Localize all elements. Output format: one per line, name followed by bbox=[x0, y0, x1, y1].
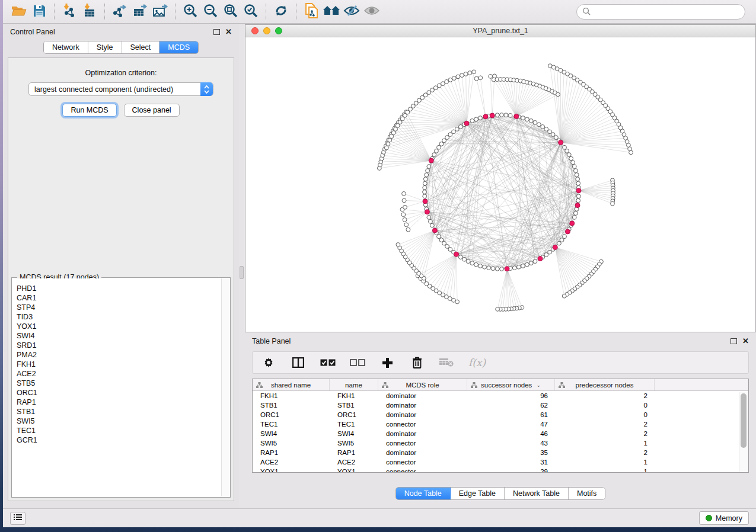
mcds-hub-node[interactable] bbox=[576, 188, 581, 193]
cell-predecessor-nodes[interactable]: 2 bbox=[555, 449, 655, 456]
ring-node[interactable] bbox=[565, 149, 569, 153]
leaf-node[interactable] bbox=[445, 79, 449, 84]
table-row[interactable]: SWI4SWI4dominator462 bbox=[253, 429, 748, 438]
ring-node[interactable] bbox=[423, 177, 428, 181]
ring-node[interactable] bbox=[529, 118, 533, 123]
ring-node[interactable] bbox=[575, 173, 579, 177]
split-view-button[interactable] bbox=[291, 355, 306, 370]
table-row[interactable]: ORC1ORC1dominator610 bbox=[253, 410, 748, 419]
result-node[interactable]: SRD1 bbox=[17, 341, 221, 350]
result-scrollbar[interactable] bbox=[221, 278, 229, 496]
ring-node[interactable] bbox=[571, 161, 575, 165]
cell-MCDS-role[interactable]: connector bbox=[378, 468, 467, 473]
first-neighbors-button[interactable] bbox=[321, 2, 342, 21]
leaf-node[interactable] bbox=[562, 294, 566, 298]
ring-node[interactable] bbox=[435, 149, 439, 153]
leaf-node[interactable] bbox=[401, 213, 406, 217]
mcds-result-list[interactable]: PHD1CAR1STP4TID3YOX1SWI4SRD1PMA2FKH1ACE2… bbox=[12, 278, 221, 496]
ring-node[interactable] bbox=[445, 136, 449, 140]
mcds-hub-node[interactable] bbox=[514, 114, 519, 118]
ring-node[interactable] bbox=[563, 145, 567, 149]
ring-node[interactable] bbox=[470, 261, 474, 265]
cell-name[interactable]: SWI5 bbox=[330, 440, 378, 447]
cell-predecessor-nodes[interactable]: 2 bbox=[555, 430, 655, 437]
mcds-hub-node[interactable] bbox=[464, 121, 469, 126]
result-node[interactable]: PMA2 bbox=[17, 350, 221, 360]
cell-MCDS-role[interactable]: connector bbox=[378, 421, 467, 428]
mcds-hub-node[interactable] bbox=[559, 140, 563, 145]
ring-node[interactable] bbox=[500, 267, 504, 271]
ring-node[interactable] bbox=[544, 253, 548, 257]
scrollbar-thumb[interactable] bbox=[741, 393, 747, 448]
leaf-node[interactable] bbox=[391, 131, 395, 135]
cell-MCDS-role[interactable]: dominator bbox=[378, 402, 467, 409]
mcds-hub-node[interactable] bbox=[429, 158, 433, 163]
leaf-node[interactable] bbox=[402, 198, 406, 203]
ring-node[interactable] bbox=[491, 267, 495, 271]
leaf-node[interactable] bbox=[396, 243, 400, 247]
mcds-hub-node[interactable] bbox=[575, 203, 580, 208]
cell-MCDS-role[interactable]: connector bbox=[378, 440, 467, 447]
mcds-hub-node[interactable] bbox=[505, 267, 509, 271]
ring-node[interactable] bbox=[495, 267, 499, 271]
leaf-node[interactable] bbox=[448, 78, 452, 82]
tab-network[interactable]: Network bbox=[44, 41, 88, 53]
save-session-button[interactable] bbox=[29, 2, 49, 21]
table-row[interactable]: SWI5SWI5connector431 bbox=[253, 438, 748, 448]
ring-node[interactable] bbox=[548, 130, 552, 134]
zoom-in-button[interactable] bbox=[180, 2, 200, 21]
ring-node[interactable] bbox=[525, 117, 529, 121]
leaf-node[interactable] bbox=[474, 76, 479, 81]
table-row[interactable]: RAP1RAP1dominator352 bbox=[253, 448, 748, 457]
ring-node[interactable] bbox=[551, 133, 555, 137]
ring-node[interactable] bbox=[576, 181, 580, 185]
table-scrollbar[interactable] bbox=[739, 392, 748, 472]
export-network-button[interactable] bbox=[110, 2, 130, 21]
tab-style[interactable]: Style bbox=[88, 41, 122, 53]
cell-shared-name[interactable]: RAP1 bbox=[253, 449, 330, 456]
cell-predecessor-nodes[interactable]: 0 bbox=[555, 402, 655, 409]
table-row[interactable]: TEC1TEC1connector472 bbox=[253, 419, 748, 429]
cell-successor-nodes[interactable]: 43 bbox=[467, 440, 555, 447]
table-row[interactable]: ACE2ACE2connector311 bbox=[253, 457, 748, 467]
ring-node[interactable] bbox=[533, 120, 537, 124]
leaf-node[interactable] bbox=[611, 201, 615, 206]
ring-node[interactable] bbox=[426, 169, 430, 173]
ring-node[interactable] bbox=[554, 136, 559, 140]
deselect-all-button[interactable] bbox=[350, 355, 365, 370]
ring-node[interactable] bbox=[541, 125, 545, 129]
ring-node[interactable] bbox=[442, 241, 446, 245]
cell-name[interactable]: STB1 bbox=[330, 402, 378, 409]
cell-successor-nodes[interactable]: 96 bbox=[467, 392, 555, 399]
float-panel-icon[interactable] bbox=[731, 338, 737, 344]
mcds-hub-node[interactable] bbox=[423, 199, 428, 204]
ring-node[interactable] bbox=[439, 142, 444, 146]
ring-node[interactable] bbox=[479, 116, 483, 120]
result-node[interactable]: GCR1 bbox=[17, 435, 221, 445]
ring-node[interactable] bbox=[504, 113, 508, 117]
result-node[interactable]: FKH1 bbox=[17, 360, 221, 369]
ring-node[interactable] bbox=[548, 250, 552, 254]
ring-node[interactable] bbox=[445, 245, 449, 249]
cell-name[interactable]: RAP1 bbox=[330, 449, 378, 456]
leaf-node[interactable] bbox=[464, 72, 468, 76]
leaf-node[interactable] bbox=[404, 223, 409, 227]
cell-name[interactable]: YOX1 bbox=[330, 468, 378, 473]
table-row[interactable]: FKH1FKH1dominator962 bbox=[253, 391, 748, 400]
task-history-button[interactable] bbox=[10, 512, 25, 525]
cell-name[interactable]: ACE2 bbox=[330, 459, 378, 466]
ring-node[interactable] bbox=[458, 255, 462, 259]
mcds-hub-node[interactable] bbox=[432, 228, 437, 233]
column-header-MCDS-role[interactable]: MCDS role bbox=[378, 379, 467, 390]
select-all-button[interactable] bbox=[320, 355, 336, 370]
result-node[interactable]: ORC1 bbox=[17, 388, 221, 398]
leaf-node[interactable] bbox=[384, 146, 388, 150]
result-node[interactable]: TEC1 bbox=[17, 426, 221, 435]
ring-node[interactable] bbox=[470, 118, 474, 123]
cell-MCDS-role[interactable]: dominator bbox=[378, 392, 467, 399]
cell-name[interactable]: SWI4 bbox=[330, 430, 378, 437]
mcds-hub-node[interactable] bbox=[553, 245, 557, 250]
tab-motifs[interactable]: Motifs bbox=[569, 488, 605, 499]
cell-predecessor-nodes[interactable]: 2 bbox=[555, 421, 655, 428]
leaf-node[interactable] bbox=[456, 75, 460, 79]
